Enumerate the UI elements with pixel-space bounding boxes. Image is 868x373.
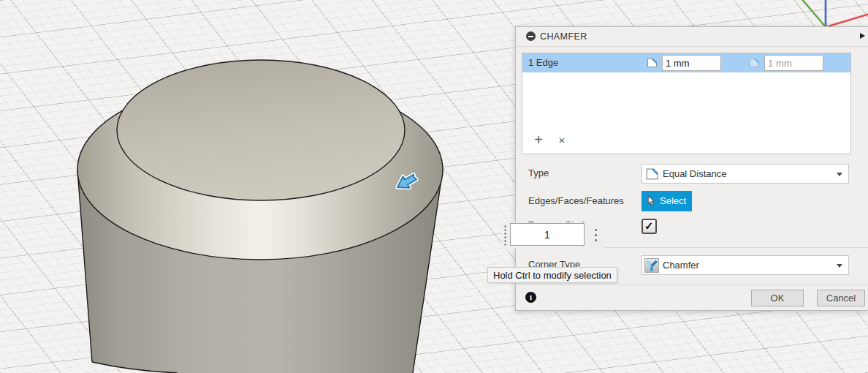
dialog-footer: i OK Cancel bbox=[516, 285, 868, 310]
type-value: Equal Distance bbox=[663, 168, 726, 179]
select-button[interactable]: Select bbox=[642, 191, 692, 211]
edge-list-row-selected[interactable]: 1 Edge bbox=[522, 53, 850, 72]
chevron-down-icon bbox=[837, 173, 842, 176]
chevron-down-icon bbox=[837, 264, 842, 268]
info-icon[interactable]: i bbox=[525, 292, 536, 303]
dialog-header[interactable]: CHAMFER bbox=[516, 27, 868, 47]
edge-row-label: 1 Edge bbox=[528, 57, 558, 68]
vertical-ellipsis-handle-icon[interactable] bbox=[594, 228, 598, 244]
axis-triad bbox=[801, 0, 868, 27]
equal-distance-chamfer-icon bbox=[644, 167, 659, 181]
distance-value-input[interactable] bbox=[510, 223, 585, 246]
cursor-arrow-icon bbox=[646, 195, 657, 206]
type-label: Type bbox=[528, 167, 549, 179]
corner-type-chamfer-icon bbox=[644, 258, 659, 273]
chamfer-distance1-icon bbox=[646, 57, 658, 69]
checkmark-icon: ✓ bbox=[644, 219, 654, 232]
edges-faces-features-label: Edges/Faces/Features bbox=[528, 195, 624, 207]
cylinder-top-face[interactable] bbox=[117, 60, 405, 200]
chamfer-distance2-icon bbox=[748, 57, 760, 69]
remove-selection-set-button[interactable]: × bbox=[556, 135, 568, 146]
cancel-button[interactable]: Cancel bbox=[817, 290, 865, 306]
x-axis-line bbox=[826, 14, 868, 27]
dialog-title: CHAMFER bbox=[540, 31, 587, 42]
distance1-input[interactable] bbox=[662, 55, 721, 71]
ok-button[interactable]: OK bbox=[751, 290, 804, 306]
distance2-input[interactable] bbox=[764, 55, 823, 71]
tangent-chain-checkbox[interactable]: ✓ bbox=[642, 219, 657, 234]
panel-expand-arrow-icon[interactable] bbox=[860, 33, 865, 39]
y-axis-line bbox=[801, 0, 826, 27]
collapse-icon[interactable] bbox=[526, 31, 536, 41]
selection-hint-tooltip: Hold Ctrl to modify selection bbox=[487, 267, 617, 283]
select-button-label: Select bbox=[660, 195, 686, 206]
type-dropdown[interactable]: Equal Distance bbox=[642, 164, 849, 184]
add-selection-set-button[interactable]: + bbox=[532, 132, 545, 147]
chamfer-distance-floating-input bbox=[501, 222, 604, 249]
drag-grip-icon[interactable] bbox=[503, 225, 507, 246]
corner-type-value: Chamfer bbox=[663, 260, 699, 271]
corner-type-dropdown[interactable]: Chamfer bbox=[642, 255, 849, 275]
edge-selection-list[interactable]: 1 Edge + × bbox=[522, 53, 851, 154]
